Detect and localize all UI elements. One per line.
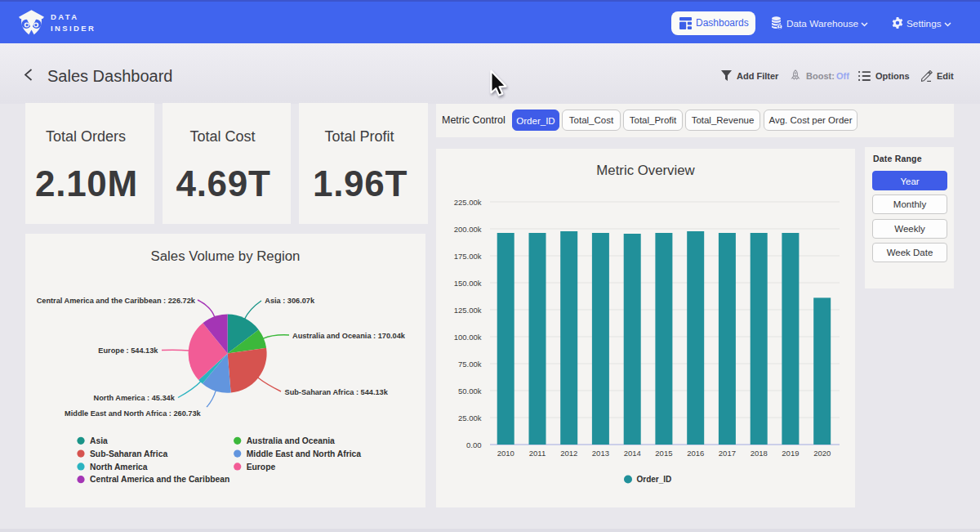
svg-text:2012: 2012 <box>560 449 577 458</box>
svg-text:100.00k: 100.00k <box>454 333 482 342</box>
svg-text:North America: North America <box>90 463 148 472</box>
svg-text:50.00k: 50.00k <box>458 387 482 396</box>
svg-text:Australia and Oceania: Australia and Oceania <box>247 436 335 445</box>
svg-text:Order_ID: Order_ID <box>637 475 672 484</box>
svg-text:2018: 2018 <box>751 449 768 458</box>
svg-text:Sub-Saharan Africa : 544.13k: Sub-Saharan Africa : 544.13k <box>285 388 389 396</box>
svg-text:Middle East and North Africa: Middle East and North Africa <box>247 449 362 458</box>
svg-text:2019: 2019 <box>782 449 799 458</box>
svg-text:Europe : 544.13k: Europe : 544.13k <box>98 346 158 355</box>
svg-text:125.00k: 125.00k <box>454 306 482 315</box>
svg-text:Europe: Europe <box>247 463 276 472</box>
svg-text:Australia and Oceania : 170.04: Australia and Oceania : 170.04k <box>292 332 406 340</box>
svg-text:175.00k: 175.00k <box>454 252 482 261</box>
svg-text:150.00k: 150.00k <box>454 279 482 288</box>
svg-text:2015: 2015 <box>655 449 672 458</box>
svg-text:2017: 2017 <box>719 449 736 458</box>
svg-text:Asia: Asia <box>90 436 108 445</box>
svg-text:North America : 45.34k: North America : 45.34k <box>94 394 176 402</box>
svg-text:200.00k: 200.00k <box>454 225 482 234</box>
svg-text:Central America and the Caribb: Central America and the Caribbean : 226.… <box>37 297 196 305</box>
svg-text:225.00k: 225.00k <box>454 198 482 207</box>
svg-text:25.00k: 25.00k <box>458 414 482 422</box>
svg-text:2016: 2016 <box>687 449 704 458</box>
svg-text:2011: 2011 <box>529 449 546 458</box>
svg-text:Asia : 306.07k: Asia : 306.07k <box>265 297 315 305</box>
svg-text:2014: 2014 <box>624 449 641 458</box>
svg-text:2020: 2020 <box>813 449 831 458</box>
svg-text:Central America and the Caribb: Central America and the Caribbean <box>90 475 229 484</box>
svg-text:75.00k: 75.00k <box>458 360 482 369</box>
svg-text:Sub-Saharan Africa: Sub-Saharan Africa <box>90 449 167 458</box>
svg-text:Middle East and North Africa :: Middle East and North Africa : 260.73k <box>65 409 202 418</box>
svg-text:2013: 2013 <box>592 449 609 458</box>
svg-text:0.00: 0.00 <box>466 440 482 449</box>
svg-text:2010: 2010 <box>497 449 514 458</box>
